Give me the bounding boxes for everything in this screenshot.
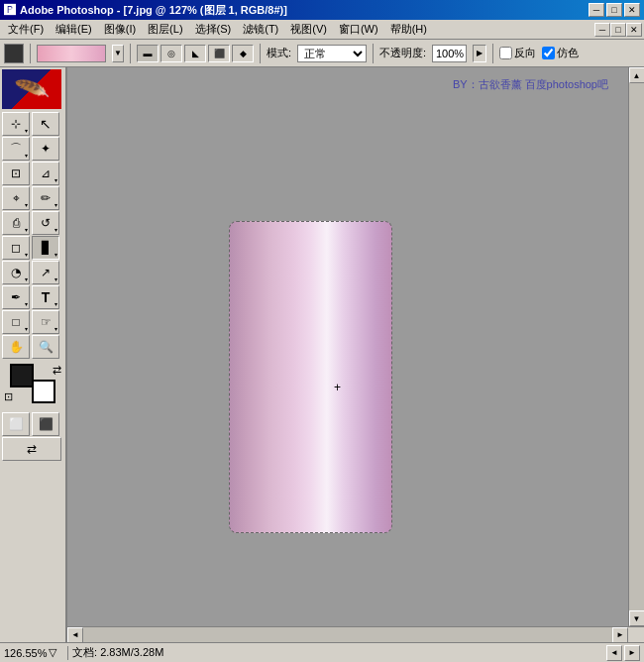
tool-gradient[interactable]: ▊ ▾ bbox=[32, 236, 59, 260]
tool-row-1: ⊹ ▾ ↖ bbox=[2, 112, 63, 136]
doc-maximize-button[interactable]: □ bbox=[610, 23, 626, 37]
scroll-up-button[interactable]: ▲ bbox=[629, 67, 645, 83]
tool-stamp[interactable]: ⎙ ▾ bbox=[2, 211, 30, 235]
zoom-value: 126.55% bbox=[4, 647, 47, 659]
tool-crop[interactable]: ⊡ bbox=[2, 162, 30, 185]
reverse-label: 反向 bbox=[514, 46, 536, 60]
scroll-left-button[interactable]: ◄ bbox=[67, 627, 83, 643]
doc-minimize-button[interactable]: ─ bbox=[594, 23, 610, 37]
status-next-button[interactable]: ► bbox=[624, 645, 640, 661]
tool-magic-wand[interactable]: ✦ bbox=[32, 137, 59, 161]
healing-icon: ⌖ bbox=[13, 191, 20, 205]
quick-mask-icon: ⬛ bbox=[39, 417, 54, 431]
tool-lasso[interactable]: ⌒ ▾ bbox=[2, 137, 30, 161]
tool-move[interactable]: ↖ bbox=[32, 112, 59, 136]
scroll-down-button[interactable]: ▼ bbox=[629, 610, 645, 626]
quick-mask-btn[interactable]: ⬛ bbox=[32, 412, 59, 436]
crop-icon: ⊡ bbox=[11, 166, 21, 180]
tool-type[interactable]: T ▾ bbox=[32, 285, 59, 309]
scroll-right-button[interactable]: ► bbox=[612, 627, 628, 643]
standard-mode-btn[interactable]: ⬜ bbox=[2, 412, 30, 436]
opacity-arrow[interactable]: ▶ bbox=[473, 45, 486, 62]
menu-bar: 文件(F) 编辑(E) 图像(I) 图层(L) 选择(S) 滤镜(T) 视图(V… bbox=[0, 20, 644, 40]
close-button[interactable]: ✕ bbox=[624, 3, 640, 17]
swap-colors-icon[interactable]: ⇄ bbox=[53, 364, 61, 377]
doc-label: 文档: bbox=[72, 646, 97, 658]
scroll-track-horizontal[interactable] bbox=[83, 627, 612, 643]
menu-layer[interactable]: 图层(L) bbox=[142, 20, 188, 39]
toolbox-logo: 🪶 bbox=[2, 69, 61, 109]
tool-zoom[interactable]: 🔍 bbox=[32, 335, 59, 359]
pen-icon: ✒ bbox=[11, 290, 21, 304]
canvas-area[interactable]: BY：古欲香薰 百度photoshop吧 + bbox=[67, 67, 628, 626]
dodge-icon: ◔ bbox=[11, 266, 21, 279]
menu-select[interactable]: 选择(S) bbox=[189, 20, 238, 39]
menu-view[interactable]: 视图(V) bbox=[284, 20, 333, 39]
default-colors-icon[interactable]: ⊡ bbox=[4, 390, 13, 403]
tool-history-brush[interactable]: ↺ ▾ bbox=[32, 211, 59, 235]
gradient-dropdown-arrow[interactable]: ▼ bbox=[112, 45, 124, 62]
tool-slice[interactable]: ⊿ ▾ bbox=[32, 162, 59, 185]
diamond-gradient-btn[interactable]: ◆ bbox=[232, 45, 254, 62]
type-icon: T bbox=[42, 289, 51, 305]
gradient-type-buttons: ▬ ◎ ◣ ⬛ ◆ bbox=[137, 45, 254, 62]
tool-notes[interactable]: ☞ ▾ bbox=[32, 310, 59, 334]
status-bar: 126.55% ▽ 文档: 2.83M/3.28M ◄ ► bbox=[0, 642, 644, 662]
window-title: Adobe Photoshop - [7.jpg @ 127% (图层 1, R… bbox=[20, 3, 287, 18]
opacity-input[interactable] bbox=[432, 45, 467, 62]
menu-help[interactable]: 帮助(H) bbox=[384, 20, 433, 39]
linear-gradient-btn[interactable]: ▬ bbox=[137, 45, 159, 62]
menu-image[interactable]: 图像(I) bbox=[98, 20, 142, 39]
mode-select[interactable]: 正常 溶解 正片叠底 bbox=[297, 45, 367, 62]
screen-mode-icon: ⇄ bbox=[27, 442, 37, 456]
reflected-gradient-btn[interactable]: ⬛ bbox=[208, 45, 230, 62]
tool-eraser[interactable]: ◻ ▾ bbox=[2, 236, 30, 260]
tool-row-7: ◔ ▾ ↗ ▾ bbox=[2, 261, 63, 284]
gradient-preview[interactable] bbox=[37, 45, 106, 62]
title-bar-buttons: ─ □ ✕ bbox=[589, 3, 640, 17]
zoom-dropdown-icon[interactable]: ▽ bbox=[49, 646, 56, 659]
status-prev-button[interactable]: ◄ bbox=[606, 645, 622, 661]
background-color[interactable] bbox=[32, 380, 55, 403]
reverse-checkbox[interactable] bbox=[499, 47, 512, 59]
stamp-icon: ⎙ bbox=[13, 216, 20, 230]
tool-path-selection[interactable]: ↗ ▾ bbox=[32, 261, 59, 284]
menu-filter[interactable]: 滤镜(T) bbox=[237, 20, 284, 39]
dither-checkbox[interactable] bbox=[542, 47, 555, 59]
zoom-level: 126.55% ▽ bbox=[4, 646, 63, 659]
tool-pen[interactable]: ✒ ▾ bbox=[2, 285, 30, 309]
tool-row-3: ⊡ ⊿ ▾ bbox=[2, 162, 63, 185]
doc-close-button[interactable]: ✕ bbox=[626, 23, 642, 37]
angle-gradient-btn[interactable]: ◣ bbox=[184, 45, 206, 62]
lasso-icon: ⌒ bbox=[10, 141, 22, 158]
status-divider bbox=[67, 646, 68, 660]
brush-icon: ✏ bbox=[41, 191, 51, 205]
tool-hand[interactable]: ✋ bbox=[2, 335, 30, 359]
doc-size: 文档: 2.83M/3.28M bbox=[72, 645, 602, 660]
status-nav-buttons: ◄ ► bbox=[606, 645, 640, 661]
foreground-color[interactable] bbox=[10, 364, 34, 387]
maximize-button[interactable]: □ bbox=[606, 3, 622, 17]
move-icon: ↖ bbox=[40, 116, 52, 132]
tool-row-2: ⌒ ▾ ✦ bbox=[2, 137, 63, 161]
tool-rectangular-marquee[interactable]: ⊹ ▾ bbox=[2, 112, 30, 136]
tool-shape[interactable]: □ ▾ bbox=[2, 310, 30, 334]
horizontal-scrollbar: ◄ ► bbox=[67, 626, 644, 642]
minimize-button[interactable]: ─ bbox=[589, 3, 604, 17]
tool-dodge[interactable]: ◔ ▾ bbox=[2, 261, 30, 284]
history-brush-icon: ↺ bbox=[41, 216, 51, 230]
divider3 bbox=[260, 44, 261, 63]
foreground-swatch-small[interactable] bbox=[4, 44, 24, 63]
scroll-track-vertical[interactable] bbox=[629, 83, 645, 610]
menu-edit[interactable]: 编辑(E) bbox=[50, 20, 98, 39]
radial-gradient-btn[interactable]: ◎ bbox=[161, 45, 182, 62]
tool-brush[interactable]: ✏ ▾ bbox=[32, 186, 59, 210]
screen-mode-btn[interactable]: ⇄ bbox=[2, 437, 61, 461]
content-area: BY：古欲香薰 百度photoshop吧 + ▲ ▼ ◄ ► bbox=[67, 67, 644, 642]
app-icon: 🅿 bbox=[4, 3, 16, 17]
menu-window[interactable]: 窗口(W) bbox=[333, 20, 384, 39]
menu-file[interactable]: 文件(F) bbox=[2, 20, 50, 39]
credit-text: BY：古欲香薰 百度photoshop吧 bbox=[453, 77, 608, 92]
tool-healing[interactable]: ⌖ ▾ bbox=[2, 186, 30, 210]
magic-wand-icon: ✦ bbox=[41, 142, 51, 156]
